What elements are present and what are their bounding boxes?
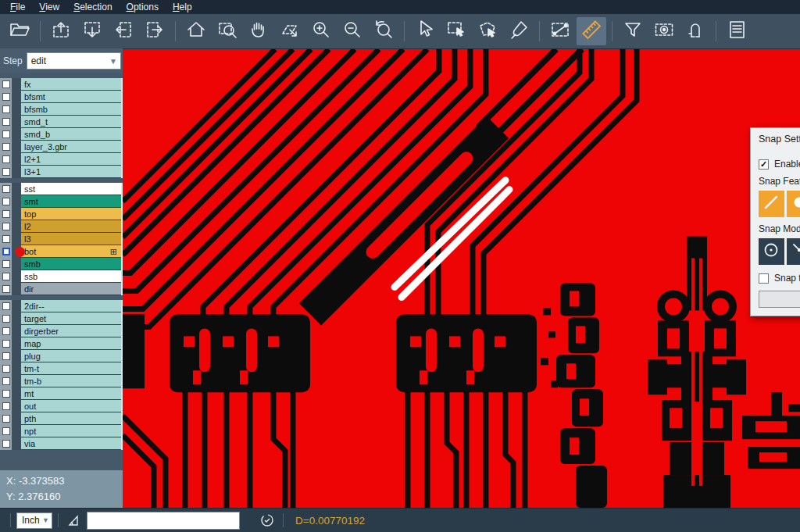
layer-label[interactable]: smb [21, 258, 121, 270]
layer-checkbox-bfsmb[interactable] [2, 105, 10, 113]
menu-options[interactable]: Options [120, 0, 166, 14]
layer-label[interactable]: pth [21, 412, 121, 425]
enable-snapping-row[interactable]: ✓ Enable Snapping [759, 159, 800, 170]
layer-checkbox-top[interactable] [2, 210, 10, 218]
zoom-in-button[interactable] [306, 17, 336, 45]
layer-row-smt[interactable]: smt [0, 195, 121, 208]
layer-checkbox-tm-t[interactable] [2, 365, 10, 373]
layer-checkbox-fx[interactable] [2, 80, 10, 88]
snap-settings-button[interactable] [680, 17, 710, 45]
layer-checkbox-l2+1[interactable] [2, 155, 10, 163]
layer-label[interactable]: bfsmt [21, 91, 121, 103]
layer-label[interactable]: via [21, 437, 121, 450]
angle-measure-icon[interactable] [67, 514, 80, 527]
layer-checkbox-npt[interactable] [2, 427, 10, 435]
layer-row-smb[interactable]: smb [0, 258, 121, 270]
layer-label[interactable]: 2dir-- [21, 300, 121, 312]
snap-dialog-close-button[interactable]: Close [759, 291, 800, 308]
layer-label[interactable]: smt [21, 195, 121, 208]
layer-row-l3+1[interactable]: l3+1 [0, 166, 121, 178]
layer-row-dirgerber[interactable]: dirgerber [0, 325, 121, 337]
menu-help[interactable]: Help [166, 0, 199, 14]
layer-label[interactable]: fx [21, 78, 121, 91]
layer-checkbox-smd_b[interactable] [2, 130, 10, 138]
zoom-previous-button[interactable] [369, 17, 398, 45]
select-cursor-button[interactable] [410, 17, 440, 45]
layer-label[interactable]: tm-b [21, 375, 121, 387]
layer-label[interactable]: layer_3.gbr [21, 141, 121, 153]
layer-checkbox-ssb[interactable] [2, 273, 10, 280]
layer-checkbox-pth[interactable] [2, 415, 10, 423]
layer-label[interactable]: dirgerber [21, 325, 121, 337]
layer-label[interactable]: ssb [21, 270, 121, 283]
layer-checkbox-l2[interactable] [2, 223, 10, 230]
layer-row-mt[interactable]: mt [0, 387, 121, 400]
layer-label[interactable]: l2 [21, 220, 121, 233]
snap-all-layers-row[interactable]: Snap to all displayed layers [759, 273, 800, 284]
layer-row-target[interactable]: target [0, 312, 121, 325]
layer-checkbox-smd_t[interactable] [2, 118, 10, 126]
layer-label[interactable]: sst [21, 183, 121, 195]
layer-label[interactable]: top [21, 208, 121, 220]
layer-row-sst[interactable]: sst [0, 183, 121, 195]
view-options-button[interactable] [649, 17, 679, 45]
layer-row-2dir--[interactable]: 2dir-- [0, 300, 121, 312]
layer-label[interactable]: tm-t [21, 362, 121, 375]
layer-row-bot[interactable]: bot⊞ [0, 245, 121, 258]
layer-label[interactable]: npt [21, 425, 121, 437]
enable-snapping-checkbox[interactable]: ✓ [759, 159, 769, 170]
home-button[interactable] [181, 17, 211, 45]
layer-checkbox-smb[interactable] [2, 260, 10, 268]
shift-down-button[interactable] [77, 17, 107, 45]
layer-row-via[interactable]: via [0, 437, 121, 450]
layer-row-map[interactable]: map [0, 337, 121, 350]
layer-checkbox-tm-b[interactable] [2, 377, 10, 385]
layer-checkbox-map[interactable] [2, 340, 10, 348]
layer-label[interactable]: map [21, 337, 121, 350]
layer-row-dir[interactable]: dir [0, 283, 121, 295]
layer-row-pth[interactable]: pth [0, 412, 121, 425]
refresh-check-icon[interactable] [260, 513, 274, 527]
layer-row-layer_3.gbr[interactable]: layer_3.gbr [0, 141, 121, 153]
layer-label[interactable]: bot⊞ [21, 245, 121, 258]
layer-checkbox-dirgerber[interactable] [2, 327, 10, 335]
menu-view[interactable]: View [32, 0, 66, 14]
layer-label[interactable]: plug [21, 350, 121, 362]
shift-right-button[interactable] [140, 17, 170, 45]
layer-row-smd_t[interactable]: smd_t [0, 116, 121, 128]
select-rectangle-button[interactable] [441, 17, 471, 45]
layer-row-out[interactable]: out [0, 400, 121, 412]
measure-point-button[interactable] [545, 17, 575, 45]
layer-label[interactable]: out [21, 400, 121, 412]
layer-row-l3[interactable]: l3 [0, 233, 121, 245]
ruler-button[interactable] [577, 17, 606, 45]
layer-label[interactable]: l3+1 [21, 166, 121, 178]
snap-dialog-titlebar[interactable]: Snap Settings x [751, 128, 800, 149]
layer-label[interactable]: l3 [21, 233, 121, 245]
layer-label[interactable]: smd_t [21, 116, 121, 128]
layer-row-plug[interactable]: plug [0, 350, 121, 362]
zoom-out-button[interactable] [338, 17, 367, 45]
step-select[interactable]: edit ▼ [27, 52, 121, 70]
snap-all-layers-checkbox[interactable] [759, 273, 769, 284]
layer-checkbox-mt[interactable] [2, 390, 10, 398]
layer-row-npt[interactable]: npt [0, 425, 121, 437]
filter-button[interactable] [618, 17, 648, 45]
layer-row-tm-b[interactable]: tm-b [0, 375, 121, 387]
layer-row-fx[interactable]: fx [0, 78, 121, 91]
zoom-window-button[interactable] [212, 17, 242, 45]
layer-row-top[interactable]: top [0, 208, 121, 220]
layer-checkbox-bot[interactable] [2, 248, 10, 255]
layer-row-l2[interactable]: l2 [0, 220, 121, 233]
layer-row-ssb[interactable]: ssb [0, 270, 121, 283]
layer-checkbox-l3+1[interactable] [2, 168, 10, 176]
layer-row-bfsmb[interactable]: bfsmb [0, 103, 121, 116]
menu-file[interactable]: File [3, 0, 32, 14]
select-polygon-button[interactable] [473, 17, 502, 45]
mode-center-button[interactable] [759, 238, 784, 265]
layer-checkbox-out[interactable] [2, 402, 10, 410]
layer-row-l2+1[interactable]: l2+1 [0, 153, 121, 166]
menu-selection[interactable]: Selection [66, 0, 119, 14]
layer-row-smd_b[interactable]: smd_b [0, 128, 121, 141]
zoom-dynamic-button[interactable] [275, 17, 305, 45]
